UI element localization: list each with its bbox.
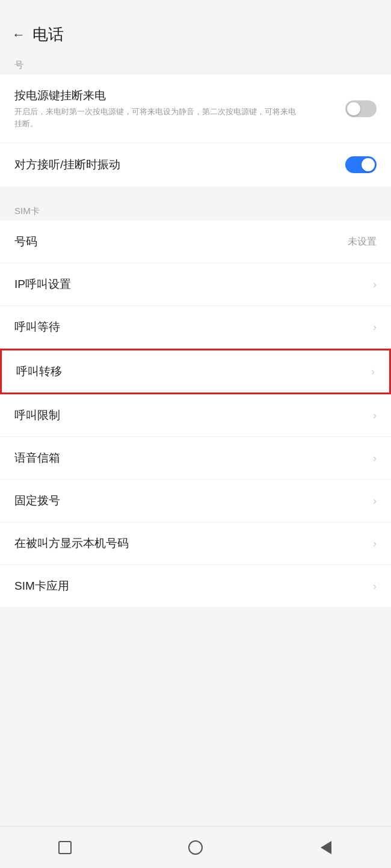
call-barring-item[interactable]: 呼叫限制 › [0, 394, 391, 437]
call-barring-right: › [373, 409, 377, 422]
call-barring-chevron: › [373, 409, 377, 422]
fixed-dial-chevron: › [373, 495, 377, 507]
ip-call-chevron: › [373, 278, 377, 291]
caller-id-item[interactable]: 在被叫方显示本机号码 › [0, 522, 391, 565]
fixed-dial-left: 固定拨号 [14, 493, 373, 509]
fixed-dial-title: 固定拨号 [14, 493, 373, 509]
ip-call-title: IP呼叫设置 [14, 277, 373, 292]
nav-back-button[interactable] [314, 836, 338, 860]
page-title: 电话 [32, 24, 64, 45]
voicemail-right: › [373, 452, 377, 465]
power-key-left: 按电源键挂断来电 开启后，来电时第一次按电源键，可将来电设为静音，第二次按电源键… [14, 88, 345, 129]
vibrate-item[interactable]: 对方接听/挂断时振动 [0, 143, 391, 186]
ip-call-item[interactable]: IP呼叫设置 › [0, 263, 391, 306]
top-settings-group: 按电源键挂断来电 开启后，来电时第一次按电源键，可将来电设为静音，第二次按电源键… [0, 75, 391, 186]
call-waiting-title: 呼叫等待 [14, 319, 373, 335]
section-separator-1 [0, 186, 391, 197]
voicemail-chevron: › [373, 452, 377, 465]
power-key-toggle[interactable] [345, 100, 377, 117]
bottom-nav [0, 826, 391, 868]
number-title: 号码 [14, 234, 348, 249]
nav-home-icon [188, 840, 203, 855]
power-key-right [345, 100, 377, 117]
call-barring-left: 呼叫限制 [14, 408, 373, 423]
caller-id-right: › [373, 537, 377, 550]
number-item[interactable]: 号码 未设置 [0, 221, 391, 263]
toggle-knob-2 [362, 158, 375, 171]
toggle-knob [347, 102, 360, 115]
caller-id-left: 在被叫方显示本机号码 [14, 536, 373, 551]
call-forward-right: › [371, 365, 375, 378]
nav-back-icon [321, 841, 331, 854]
sim-app-chevron: › [373, 580, 377, 593]
number-left: 号码 [14, 234, 348, 249]
caller-id-chevron: › [373, 537, 377, 550]
call-forward-item[interactable]: 呼叫转移 › [0, 349, 391, 394]
vibrate-left: 对方接听/挂断时振动 [14, 157, 345, 173]
call-forward-chevron: › [371, 365, 375, 378]
voicemail-title: 语音信箱 [14, 450, 373, 466]
power-key-subtitle: 开启后，来电时第一次按电源键，可将来电设为静音，第二次按电源键，可将来电挂断。 [14, 106, 303, 129]
call-waiting-chevron: › [373, 321, 377, 334]
sim-section-label: SIM卡 [0, 197, 391, 221]
caller-id-title: 在被叫方显示本机号码 [14, 536, 373, 551]
sim-app-left: SIM卡应用 [14, 578, 373, 594]
fixed-dial-item[interactable]: 固定拨号 › [0, 480, 391, 522]
sim-settings-group: 号码 未设置 IP呼叫设置 › 呼叫等待 › [0, 221, 391, 607]
call-barring-title: 呼叫限制 [14, 408, 373, 423]
number-value: 未设置 [348, 236, 377, 248]
power-key-title: 按电源键挂断来电 [14, 88, 345, 103]
number-right: 未设置 [348, 236, 377, 248]
vibrate-toggle[interactable] [345, 156, 377, 173]
vibrate-title: 对方接听/挂断时振动 [14, 157, 345, 173]
power-key-item[interactable]: 按电源键挂断来电 开启后，来电时第一次按电源键，可将来电设为静音，第二次按电源键… [0, 75, 391, 143]
voicemail-left: 语音信箱 [14, 450, 373, 466]
sim-app-title: SIM卡应用 [14, 578, 373, 594]
nav-recents-icon [58, 841, 72, 854]
voicemail-item[interactable]: 语音信箱 › [0, 437, 391, 480]
fixed-dial-right: › [373, 495, 377, 507]
page-container: ← 电话 号 按电源键挂断来电 开启后，来电时第一次按电源键，可将来电设为静音，… [0, 0, 391, 868]
nav-home-button[interactable] [183, 836, 208, 860]
sim-app-item[interactable]: SIM卡应用 › [0, 565, 391, 607]
call-forward-left: 呼叫转移 [16, 364, 371, 379]
sim-app-right: › [373, 580, 377, 593]
section-number-label: 号 [0, 51, 391, 75]
header: ← 电话 [0, 0, 391, 51]
call-waiting-item[interactable]: 呼叫等待 › [0, 306, 391, 349]
ip-call-right: › [373, 278, 377, 291]
vibrate-right [345, 156, 377, 173]
call-forward-title: 呼叫转移 [16, 364, 371, 379]
call-waiting-left: 呼叫等待 [14, 319, 373, 335]
call-waiting-right: › [373, 321, 377, 334]
nav-recents-button[interactable] [53, 836, 77, 860]
back-button[interactable]: ← [12, 27, 25, 43]
ip-call-left: IP呼叫设置 [14, 277, 373, 292]
